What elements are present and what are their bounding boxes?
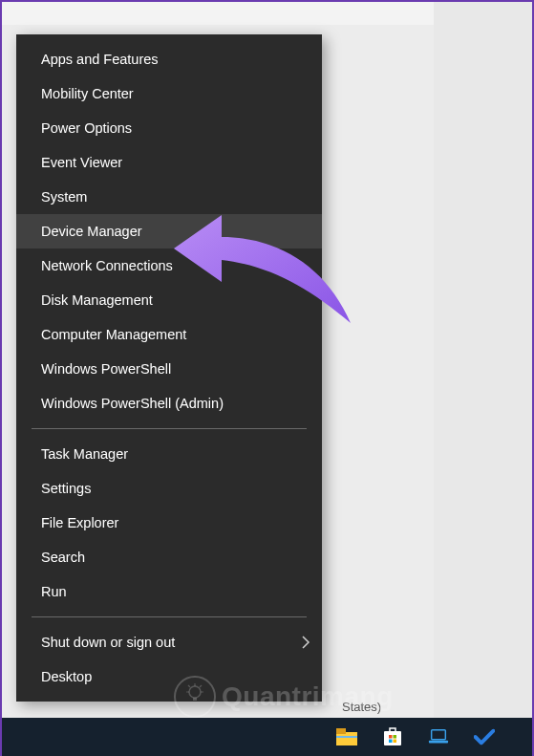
svg-rect-8 (389, 740, 393, 744)
menu-windows-powershell-admin[interactable]: Windows PowerShell (Admin) (16, 386, 322, 421)
menu-apps-and-features[interactable]: Apps and Features (16, 42, 322, 76)
svg-rect-2 (336, 732, 357, 745)
menu-search[interactable]: Search (16, 540, 322, 574)
svg-rect-5 (384, 731, 401, 745)
svg-rect-6 (389, 735, 393, 739)
menu-device-manager[interactable]: Device Manager (16, 214, 322, 248)
menu-shutdown-signout[interactable]: Shut down or sign out (16, 625, 322, 659)
winx-menu: Apps and Features Mobility Center Power … (16, 34, 322, 702)
svg-point-0 (189, 686, 201, 698)
menu-mobility-center[interactable]: Mobility Center (16, 76, 322, 111)
svg-rect-10 (432, 730, 446, 740)
watermark-text: Quantrimang (222, 681, 394, 712)
menu-run[interactable]: Run (16, 574, 322, 609)
background-window-titlebar (2, 2, 434, 25)
menu-power-options[interactable]: Power Options (16, 111, 322, 145)
microsoft-store-icon[interactable] (382, 726, 403, 747)
taskbar (2, 718, 534, 756)
menu-disk-management[interactable]: Disk Management (16, 283, 322, 317)
menu-task-manager[interactable]: Task Manager (16, 437, 322, 471)
menu-file-explorer[interactable]: File Explorer (16, 506, 322, 540)
svg-rect-7 (394, 735, 397, 739)
menu-item-label: Shut down or sign out (41, 635, 175, 650)
svg-rect-11 (429, 741, 448, 744)
checkmark-icon[interactable] (474, 726, 495, 747)
svg-rect-1 (193, 698, 197, 701)
laptop-icon[interactable] (428, 726, 449, 747)
menu-windows-powershell[interactable]: Windows PowerShell (16, 352, 322, 386)
svg-rect-3 (336, 728, 346, 734)
desktop-background: States) Apps and Features Mobility Cente… (2, 2, 532, 756)
menu-event-viewer[interactable]: Event Viewer (16, 145, 322, 180)
svg-rect-4 (336, 736, 357, 738)
menu-separator (32, 616, 307, 617)
watermark: Quantrimang (174, 676, 394, 718)
menu-settings[interactable]: Settings (16, 471, 322, 506)
menu-separator (32, 428, 307, 429)
menu-computer-management[interactable]: Computer Management (16, 317, 322, 352)
menu-network-connections[interactable]: Network Connections (16, 248, 322, 283)
file-explorer-icon[interactable] (336, 726, 357, 747)
svg-rect-9 (394, 740, 397, 744)
chevron-right-icon (301, 636, 310, 649)
lightbulb-icon (174, 676, 216, 718)
menu-system[interactable]: System (16, 180, 322, 214)
